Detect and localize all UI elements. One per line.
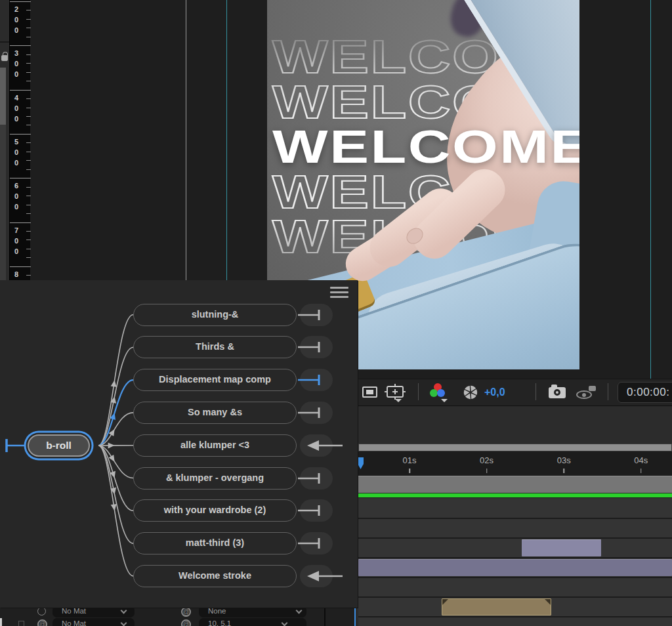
reset-exposure-icon[interactable]: [462, 384, 479, 401]
ruler-minor-tick: [26, 213, 31, 214]
ruler-major-tick: [10, 266, 31, 267]
ruler-minor-tick: [26, 160, 31, 161]
parent-link-dropdown[interactable]: 10. 5.1: [199, 618, 306, 626]
ruler-major-tick: [10, 134, 31, 135]
panel-edge-block: [0, 125, 6, 280]
flowchart-connector-stub[interactable]: [297, 565, 358, 587]
flowchart-node[interactable]: Displacement map comp: [133, 369, 297, 391]
ruler-minor-tick: [26, 257, 31, 258]
time-ruler-tick: [486, 469, 488, 473]
time-ruler-tick: [563, 469, 564, 473]
flowchart-node[interactable]: Welcome stroke: [133, 565, 297, 587]
time-ruler-label: 04s: [634, 455, 648, 465]
pickwhip-icon[interactable]: @: [37, 619, 47, 626]
layer-row: [358, 578, 672, 596]
after-effects-window: 2 0 03 0 04 0 05 0 06 0 07 0 08 0 0 WELC…: [0, 0, 672, 626]
toolbar-separator: [536, 383, 536, 400]
ruler-label: 7 0 0: [14, 225, 18, 257]
ruler-minor-tick: [26, 37, 31, 37]
flowchart-node[interactable]: & klumper - overgang: [133, 467, 297, 490]
selection-edge-bar: [0, 618, 2, 626]
flowchart-node[interactable]: matt-third (3): [133, 532, 297, 554]
flowchart-connector-stub[interactable]: [297, 434, 358, 457]
time-ruler-tick: [409, 469, 410, 473]
flowchart-node[interactable]: alle klumper <3: [133, 434, 297, 457]
channels-rgb-icon[interactable]: [429, 383, 446, 400]
toolbar-separator: [608, 383, 608, 400]
show-snapshot-icon[interactable]: [576, 390, 592, 399]
timeline-layer-bar[interactable]: [358, 559, 672, 576]
matte-icon: [37, 607, 46, 616]
ruler-minor-tick: [26, 19, 31, 20]
timeline-horizontal-scrollbar[interactable]: [358, 444, 672, 451]
flowchart-connector-stub[interactable]: [297, 532, 358, 554]
ruler-minor-tick: [26, 72, 31, 73]
flowchart-root-node[interactable]: b-roll: [28, 434, 90, 457]
take-snapshot-icon[interactable]: [549, 387, 566, 398]
ruler-minor-tick: [26, 196, 31, 196]
channels-caret[interactable]: [441, 399, 448, 402]
toolbar-separator: [418, 383, 419, 400]
pickwhip-icon[interactable]: @: [181, 607, 191, 617]
ruler-minor-tick: [26, 187, 31, 188]
layer-row: [358, 539, 672, 557]
timeline-layer-bar[interactable]: [522, 539, 601, 556]
ruler-minor-tick: [26, 152, 31, 152]
column-divider: [324, 606, 326, 626]
flowchart-connector-stub[interactable]: [297, 467, 358, 490]
lock-icon: [1, 55, 8, 61]
time-ruler-label: 03s: [557, 455, 571, 465]
flowchart-connector-stub[interactable]: [297, 402, 358, 424]
flowchart-node[interactable]: slutning-&: [133, 304, 297, 326]
ruler-label: 3 0 0: [14, 48, 18, 79]
time-ruler-label: 02s: [480, 455, 494, 465]
grid-and-guides-icon[interactable]: [387, 386, 404, 398]
flowchart-connector-stub[interactable]: [297, 369, 358, 391]
ruler-minor-tick: [26, 116, 31, 117]
flowchart-node[interactable]: So many &s: [133, 402, 297, 424]
ruler-minor-tick: [26, 98, 31, 99]
ruler-minor-tick: [26, 28, 31, 28]
timeline-layer-bar[interactable]: [442, 598, 551, 616]
layer-row: [358, 617, 672, 626]
show-snapshot-camera: [589, 386, 596, 391]
work-area-bar[interactable]: [358, 476, 672, 493]
current-timecode[interactable]: 0:00:00:: [618, 382, 672, 403]
time-ruler-tick: [640, 469, 642, 473]
region-of-interest-inner: [366, 390, 373, 394]
guide-line-cyan[interactable]: [650, 0, 651, 379]
ruler-major-tick: [10, 45, 31, 46]
ruler-label: 6 0 0: [14, 180, 18, 212]
ruler-minor-tick: [26, 169, 31, 170]
ruler-minor-tick: [26, 54, 31, 55]
layer-color-swatch[interactable]: [18, 621, 24, 626]
ruler-minor-tick: [26, 231, 31, 232]
ruler-minor-tick: [26, 142, 31, 143]
ruler-minor-tick: [26, 108, 31, 108]
flowchart-connector-stub[interactable]: [297, 336, 358, 358]
ruler-major-tick: [10, 178, 31, 178]
flowchart-node[interactable]: Thirds &: [133, 336, 297, 358]
time-ruler[interactable]: 01s02s03s04s: [358, 451, 672, 476]
time-ruler-label: 01s: [403, 455, 417, 465]
ruler-major-tick: [10, 90, 31, 91]
vertical-scrollbar-thumb[interactable]: [0, 68, 6, 125]
mini-flowchart-panel: b-roll slutning-& Thirds & Displacement …: [0, 280, 358, 608]
flowchart-connector-stub[interactable]: [297, 304, 358, 326]
flowchart-node[interactable]: with your wardrobe (2): [133, 499, 297, 522]
ruler-major-tick: [10, 222, 31, 223]
ruler-minor-tick: [26, 240, 31, 240]
ruler-minor-tick: [26, 81, 31, 81]
grid-options-caret[interactable]: [395, 399, 402, 402]
flowchart-connector-stub[interactable]: [297, 499, 358, 522]
panel-divider: [0, 41, 9, 43]
layer-row: [358, 519, 672, 537]
pickwhip-icon[interactable]: @: [181, 619, 191, 626]
ruler-minor-tick: [26, 205, 31, 205]
exposure-value[interactable]: +0,0: [484, 386, 505, 398]
region-of-interest-icon[interactable]: [362, 386, 377, 398]
ruler-minor-tick: [26, 275, 31, 276]
ruler-label: 4 0 0: [14, 93, 18, 124]
ruler-minor-tick: [26, 249, 31, 249]
ruler-major-tick: [10, 1, 31, 2]
